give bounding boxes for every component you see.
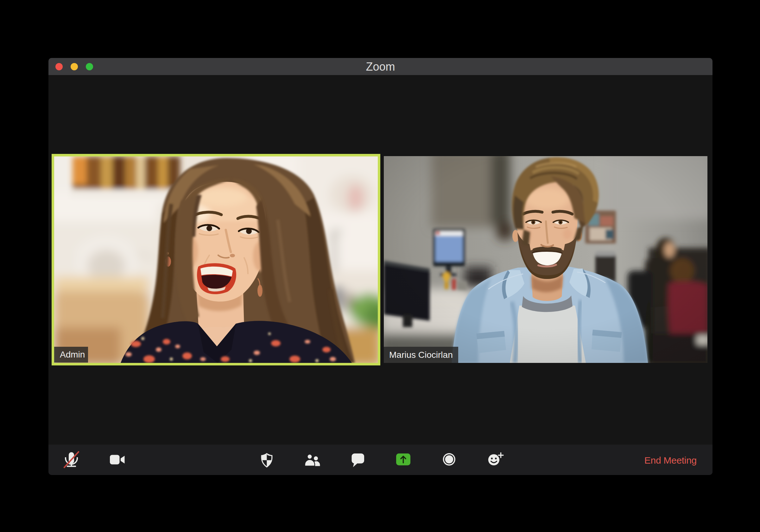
svg-text:End Meeting: End Meeting [644,455,697,465]
